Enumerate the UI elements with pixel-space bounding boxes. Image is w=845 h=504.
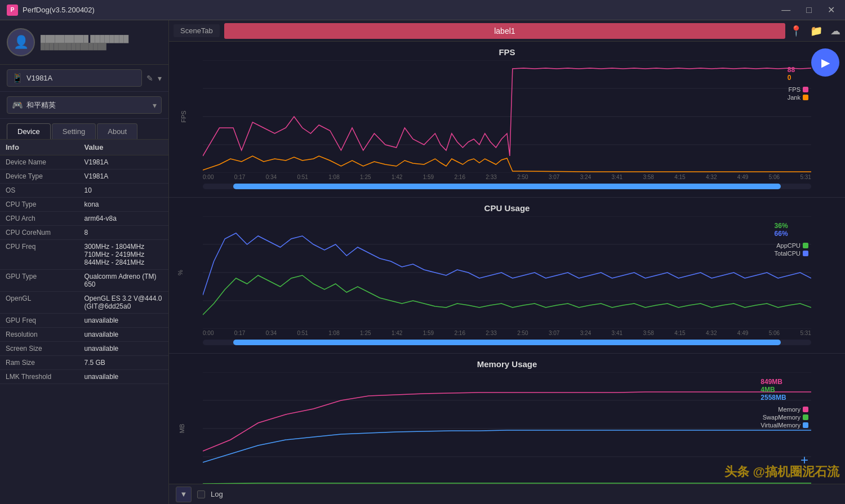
table-row: OpenGL OpenGL ES 3.2 V@444.0 (GIT@6dd25a… [0, 292, 168, 314]
totalcpu-dot [803, 251, 808, 256]
minimize-button[interactable]: — [778, 4, 794, 16]
charts-container: FPS FPS 100 75 50 25 [169, 42, 845, 484]
memory-legend-virtual: VirtualMemory [760, 422, 808, 429]
cpu-scrollbar-thumb[interactable] [233, 340, 781, 345]
device-selector-row: 📱 V1981A ✎ ▾ [0, 65, 168, 92]
fps-legend: 88 0 FPS Jank [788, 66, 808, 102]
memory-legend-memory: Memory [760, 406, 808, 413]
device-label: 📱 V1981A [12, 73, 52, 83]
memory-dot [803, 407, 808, 412]
fps-chart-area: FPS 100 75 50 25 0 [203, 60, 811, 173]
info-label: Resolution [6, 331, 84, 338]
device-chevron-icon[interactable]: ▾ [158, 74, 162, 83]
app-selector[interactable]: 🎮 和平精英 ▾ [7, 96, 162, 114]
tab-device[interactable]: Device [7, 123, 51, 139]
memory-chart-svg [203, 372, 811, 484]
device-selector[interactable]: 📱 V1981A [7, 69, 142, 87]
info-value: Qualcomm Adreno (TM) 650 [84, 273, 163, 288]
memory-y-label: MB [179, 424, 185, 434]
tab-about[interactable]: About [97, 123, 137, 139]
memory-label: Memory [778, 406, 800, 413]
memory-chart-title: Memory Usage [203, 359, 811, 369]
table-row: Screen Size unavailable [0, 342, 168, 356]
sidebar: 👤 ██████████ ████████ ███████████████ 📱 … [0, 20, 169, 504]
fps-legend-fps: FPS [788, 86, 808, 93]
cpu-chart-section: CPU Usage % 36% [169, 198, 845, 354]
table-row: OS 10 [0, 184, 168, 198]
memory-current-high: 849MB [760, 378, 808, 386]
app-name: 和平精英 [23, 100, 153, 110]
appcpu-label: AppCPU [776, 242, 800, 249]
app-selector-row: 🎮 和平精英 ▾ [0, 92, 168, 119]
folder-icon[interactable]: 📁 [810, 25, 822, 37]
cpu-chart-title: CPU Usage [203, 203, 811, 213]
table-row: LMK Threshold unavailable [0, 370, 168, 384]
titlebar-left: P PerfDog(v3.5.200402) [7, 5, 95, 16]
cpu-current-low: 66% [775, 230, 808, 238]
info-label: CPU CoreNum [6, 229, 84, 237]
bottom-bar: ▼ Log [169, 484, 845, 504]
phone-icon: 📱 [12, 73, 23, 83]
memory-chart-area: MB 849MB [203, 372, 811, 484]
totalcpu-label: TotalCPU [775, 250, 800, 257]
app-title: PerfDog(v3.5.200402) [23, 6, 95, 14]
fps-scrollbar-thumb[interactable] [233, 184, 781, 189]
info-label: Device Name [6, 158, 84, 166]
info-value: unavailable [84, 316, 163, 324]
titlebar: P PerfDog(v3.5.200402) — □ ✕ [0, 0, 845, 20]
play-button[interactable]: ▶ [811, 48, 839, 77]
swap-dot [803, 414, 808, 420]
table-row: GPU Type Qualcomm Adreno (TM) 650 [0, 270, 168, 292]
profile-area: 👤 ██████████ ████████ ███████████████ [0, 20, 168, 65]
fps-scrollbar[interactable] [203, 184, 811, 189]
bottom-dropdown-button[interactable]: ▼ [176, 487, 192, 502]
table-row: CPU Freq 300MHz - 1804MHz710MHz - 2419MH… [0, 240, 168, 270]
info-value: V1981A [84, 158, 163, 166]
log-checkbox[interactable] [197, 490, 205, 498]
info-label: Screen Size [6, 345, 84, 353]
cpu-chart-area: % 36% 66% [203, 216, 811, 329]
table-row: Resolution unavailable [0, 328, 168, 342]
scene-bar: SceneTab label1 📍 📁 ☁ [169, 20, 845, 42]
table-header: Info Value [0, 140, 168, 155]
table-row: CPU Type kona [0, 198, 168, 212]
fps-chart-title: FPS [203, 47, 811, 57]
info-value: 7.5 GB [84, 359, 163, 367]
col-value: Value [84, 143, 163, 151]
plus-button[interactable]: + [800, 452, 808, 468]
table-row: CPU Arch arm64-v8a [0, 212, 168, 226]
cpu-legend-totalcpu: TotalCPU [775, 250, 808, 257]
col-info: Info [6, 143, 84, 151]
memory-chart-section: Memory Usage MB [169, 354, 845, 484]
cpu-scrollbar[interactable] [203, 340, 811, 345]
info-label: CPU Arch [6, 215, 84, 222]
location-icon[interactable]: 📍 [790, 25, 802, 37]
cloud-icon[interactable]: ☁ [830, 25, 840, 37]
app-icon-emoji: 🎮 [12, 100, 23, 110]
fps-current-high: 88 [788, 66, 808, 74]
info-value: arm64-v8a [84, 215, 163, 222]
fps-legend-label: FPS [789, 86, 800, 93]
table-row: GPU Freq unavailable [0, 314, 168, 328]
fps-y-label: FPS [180, 110, 187, 122]
close-button[interactable]: ✕ [824, 3, 838, 16]
app-chevron-icon[interactable]: ▾ [153, 101, 157, 110]
memory-legend-swap: SwapMemory [760, 414, 808, 421]
info-value: unavailable [84, 345, 163, 353]
edit-icon[interactable]: ✎ [146, 74, 153, 83]
memory-current-mid: 4MB [760, 386, 808, 394]
profile-username: ███████████████ [41, 43, 128, 50]
virtual-label: VirtualMemory [760, 422, 800, 429]
maximize-button[interactable]: □ [803, 4, 815, 16]
info-label: OS [6, 186, 84, 194]
info-table: Device Name V1981A Device Type V1981A OS… [0, 155, 168, 504]
tab-setting[interactable]: Setting [52, 123, 96, 139]
table-row: CPU CoreNum 8 [0, 226, 168, 240]
scene-tab-label[interactable]: SceneTab [174, 24, 220, 37]
fps-legend-jank: Jank [788, 94, 808, 101]
scene-label1[interactable]: label1 [224, 23, 785, 39]
jank-legend-label: Jank [788, 94, 800, 101]
info-value: kona [84, 200, 163, 208]
memory-current-low: 2558MB [760, 394, 808, 402]
fps-x-labels: 0:000:170:340:511:08 1:251:421:592:162:3… [203, 173, 811, 181]
